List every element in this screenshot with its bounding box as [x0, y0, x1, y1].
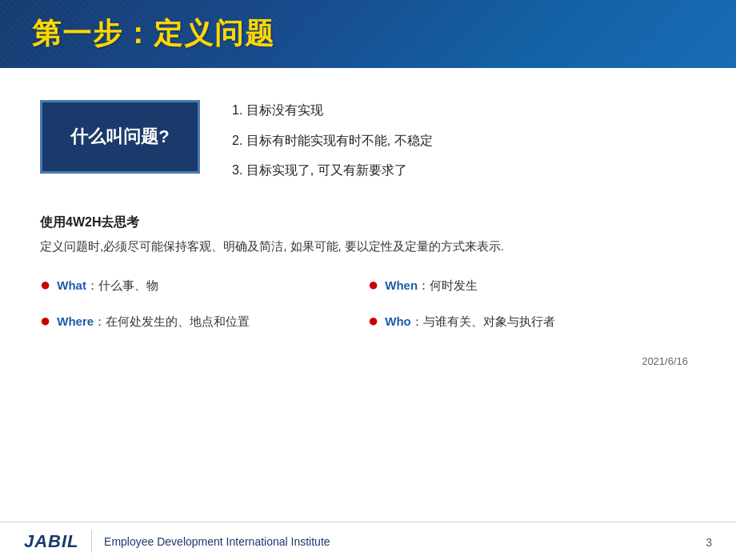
w2h-colon-when: ：	[418, 278, 430, 292]
w2h-item-what: ● What：什么事、物	[40, 276, 368, 295]
date-area: 2021/6/16	[40, 355, 696, 367]
date-text: 2021/6/16	[642, 355, 688, 367]
w2h-colon-who: ：	[411, 314, 423, 328]
w2h-item-where: ● Where：在何处发生的、地点和位置	[40, 312, 368, 331]
w2h-colon-what: ：	[86, 278, 98, 292]
w2h-content-who: Who：与谁有关、对象与执行者	[385, 312, 554, 331]
list-item: 1. 目标没有实现	[232, 100, 433, 121]
w2h-value-who: 与谁有关、对象与执行者	[423, 314, 555, 328]
question-box: 什么叫问题?	[40, 100, 200, 174]
w2h-colon-where: ：	[94, 314, 106, 328]
w2h-key-when: When	[385, 278, 418, 292]
jabil-logo-text: JABIL	[24, 531, 79, 551]
w2h-content-where: Where：在何处发生的、地点和位置	[57, 312, 250, 331]
main-content: 什么叫问题? 1. 目标没有实现 2. 目标有时能实现有时不能, 不稳定 3. …	[0, 68, 736, 383]
upper-section: 什么叫问题? 1. 目标没有实现 2. 目标有时能实现有时不能, 不稳定 3. …	[40, 92, 696, 190]
w2h-key-what: What	[57, 278, 86, 292]
bullet-dot: ●	[368, 310, 378, 331]
w2h-value-when: 何时发生	[430, 278, 478, 292]
w2h-grid: ● What：什么事、物 ● When：何时发生 ● Where：在何处发生的、…	[40, 276, 696, 347]
footer: JABIL Employee Development International…	[0, 522, 736, 560]
bullet-dot: ●	[40, 310, 50, 331]
page-title: 第一步：定义问题	[32, 14, 275, 54]
numbered-list: 1. 目标没有实现 2. 目标有时能实现有时不能, 不稳定 3. 目标实现了, …	[232, 100, 433, 190]
page-number: 3	[706, 536, 712, 549]
footer-divider	[91, 530, 93, 553]
jabil-logo: JABIL	[24, 531, 79, 552]
w2h-content-what: What：什么事、物	[57, 276, 158, 295]
w2h-value-what: 什么事、物	[98, 278, 158, 292]
question-box-text: 什么叫问题?	[70, 125, 169, 149]
footer-institute: Employee Development International Insti…	[104, 535, 330, 548]
w2h-value-where: 在何处发生的、地点和位置	[106, 314, 250, 328]
list-item: 3. 目标实现了, 可又有新要求了	[232, 160, 433, 181]
description-section: 使用4W2H去思考 定义问题时,必须尽可能保持客观、明确及简洁, 如果可能, 要…	[40, 214, 696, 257]
description-text: 定义问题时,必须尽可能保持客观、明确及简洁, 如果可能, 要以定性及定量的方式来…	[40, 236, 696, 257]
w2h-item-who: ● Who：与谁有关、对象与执行者	[368, 312, 696, 331]
w2h-key-where: Where	[57, 314, 94, 328]
w2h-key-who: Who	[385, 314, 410, 328]
bullet-dot: ●	[368, 274, 378, 295]
header-banner: 第一步：定义问题	[0, 0, 736, 68]
description-title: 使用4W2H去思考	[40, 214, 696, 231]
list-item: 2. 目标有时能实现有时不能, 不稳定	[232, 130, 433, 151]
w2h-content-when: When：何时发生	[385, 276, 478, 295]
w2h-item-when: ● When：何时发生	[368, 276, 696, 295]
bullet-dot: ●	[40, 274, 50, 295]
